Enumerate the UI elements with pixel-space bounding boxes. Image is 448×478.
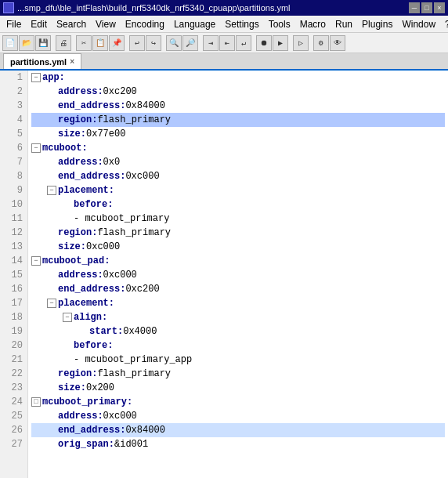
title-text: ...smp_dfu\ble_intFlash\build_nrf5340dk_… — [17, 3, 407, 13]
collapse-icon[interactable]: − — [31, 73, 41, 82]
line-number: 8 — [0, 169, 27, 183]
line-number: 21 — [0, 353, 27, 367]
menu-item-encoding[interactable]: Encoding — [121, 17, 169, 31]
line-number: 12 — [0, 226, 27, 240]
settings-button[interactable]: ⚙ — [313, 35, 329, 51]
menu-item-settings[interactable]: Settings — [220, 17, 263, 31]
menu-item-tools[interactable]: Tools — [264, 17, 295, 31]
yaml-key: size: — [58, 127, 86, 141]
open-file-button[interactable]: 📂 — [19, 35, 34, 51]
line-number: 26 — [0, 423, 27, 437]
code-line: size: 0xc000 — [31, 240, 445, 254]
menu-item-view[interactable]: View — [91, 17, 121, 31]
code-line: size: 0x200 — [31, 381, 445, 395]
yaml-key: end_address: — [58, 423, 125, 437]
collapse-icon[interactable]: − — [63, 313, 72, 322]
line-number: 14 — [0, 254, 27, 268]
line-number: 17 — [0, 296, 27, 310]
menu-item-window[interactable]: Window — [397, 17, 440, 31]
line-number: 16 — [0, 282, 27, 296]
code-line: - mcuboot_primary_app — [31, 353, 445, 367]
line-number: 3 — [0, 99, 27, 113]
cut-button[interactable]: ✂ — [76, 35, 92, 51]
yaml-key: size: — [58, 240, 86, 254]
yaml-key: end_address: — [58, 169, 125, 183]
line-number: 15 — [0, 268, 27, 282]
menu-item-macro[interactable]: Macro — [295, 17, 331, 31]
yaml-key: before: — [74, 339, 113, 353]
code-area[interactable]: 1234567891011121314151617181920212223242… — [0, 71, 448, 478]
code-line: end_address: 0x84000 — [31, 99, 445, 113]
collapse-icon[interactable]: − — [47, 299, 56, 308]
yaml-value: flash_primary — [97, 113, 171, 127]
minimize-button[interactable]: ─ — [409, 2, 420, 13]
menu-bar: FileEditSearchViewEncodingLanguageSettin… — [0, 16, 448, 33]
menu-item-plugins[interactable]: Plugins — [357, 17, 397, 31]
code-line: before: — [31, 339, 445, 353]
line-number: 19 — [0, 324, 27, 339]
menu-item-file[interactable]: File — [2, 17, 26, 31]
menu-item-edit[interactable]: Edit — [26, 17, 52, 31]
line-number: 25 — [0, 409, 27, 423]
code-line: −placement: — [31, 183, 445, 197]
collapse-icon[interactable]: □ — [31, 397, 41, 407]
run-button[interactable]: ▷ — [293, 35, 309, 51]
search-button[interactable]: 🔎 — [182, 35, 198, 51]
line-number: 5 — [0, 127, 27, 141]
code-content[interactable]: −app:address: 0xc200end_address: 0x84000… — [28, 71, 448, 478]
unindent-button[interactable]: ⇤ — [219, 35, 235, 51]
macro-play-button[interactable]: ▶ — [273, 35, 288, 51]
print-button[interactable]: 🖨 — [56, 35, 71, 51]
new-file-button[interactable]: 📄 — [2, 35, 18, 51]
yaml-value: 0x0 — [103, 155, 121, 169]
yaml-key: region: — [58, 226, 97, 240]
yaml-key: end_address: — [58, 99, 125, 113]
code-line: orig_span: &id001 — [31, 437, 445, 451]
copy-button[interactable]: 📋 — [92, 35, 108, 51]
yaml-value: flash_primary — [97, 226, 171, 240]
yaml-key: region: — [58, 113, 97, 127]
menu-item-run[interactable]: Run — [331, 17, 357, 31]
menu-item-?[interactable]: ? — [440, 17, 448, 31]
tab-bar: partitions.yml × — [0, 53, 448, 71]
code-line: - mcuboot_primary — [31, 212, 445, 226]
menu-item-search[interactable]: Search — [52, 17, 91, 31]
yaml-value: - mcuboot_primary_app — [74, 353, 192, 367]
yaml-value: 0x4000 — [123, 324, 157, 339]
code-line: size: 0x77e00 — [31, 127, 445, 141]
indent-button[interactable]: ⇥ — [203, 35, 219, 51]
close-button[interactable]: × — [434, 2, 445, 13]
code-line: −placement: — [31, 296, 445, 310]
redo-button[interactable]: ↪ — [146, 35, 161, 51]
collapse-icon[interactable]: − — [31, 143, 41, 153]
code-line: region: flash_primary — [31, 367, 445, 381]
wrap-button[interactable]: ↵ — [236, 35, 251, 51]
menu-item-language[interactable]: Language — [169, 17, 220, 31]
yaml-value: 0xc200 — [103, 85, 137, 99]
zoom-in-button[interactable]: 🔍 — [166, 35, 182, 51]
yaml-key: orig_span: — [58, 437, 114, 451]
save-button[interactable]: 💾 — [35, 35, 51, 51]
maximize-button[interactable]: □ — [421, 2, 432, 13]
tab-close-button[interactable]: × — [70, 57, 74, 66]
view-button[interactable]: 👁 — [330, 35, 345, 51]
code-line: −app: — [31, 71, 445, 85]
line-number: 23 — [0, 381, 27, 395]
collapse-icon[interactable]: − — [47, 186, 56, 195]
yaml-key: mcuboot_primary: — [42, 395, 132, 409]
tab-label: partitions.yml — [10, 57, 67, 67]
line-number: 13 — [0, 240, 27, 254]
collapse-icon[interactable]: − — [31, 256, 41, 266]
code-line: −mcuboot: — [31, 141, 445, 155]
code-line: end_address: 0x84000 — [31, 423, 445, 437]
macro-record-button[interactable]: ⏺ — [256, 35, 272, 51]
paste-button[interactable]: 📌 — [109, 35, 125, 51]
code-line: address: 0x0 — [31, 155, 445, 169]
code-line: □mcuboot_primary: — [31, 395, 445, 409]
undo-button[interactable]: ↩ — [129, 35, 145, 51]
yaml-value: 0x77e00 — [86, 127, 125, 141]
yaml-key: size: — [58, 381, 86, 395]
line-number: 6 — [0, 141, 27, 155]
tab-partitions-yml[interactable]: partitions.yml × — [3, 53, 81, 69]
line-number: 2 — [0, 85, 27, 99]
